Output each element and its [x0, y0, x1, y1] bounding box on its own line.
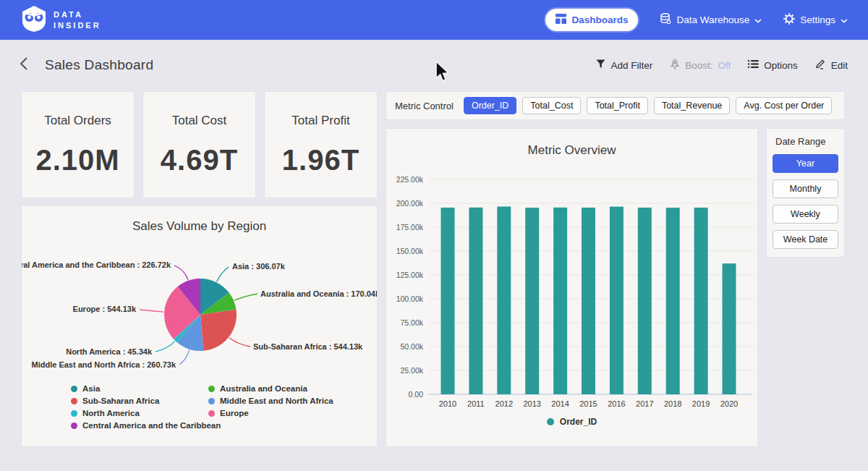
metric-button-total-profit[interactable]: Total_Profit: [587, 97, 648, 114]
nav-settings-menu[interactable]: Settings: [783, 13, 848, 27]
dashboard-grid-icon: [556, 14, 566, 26]
kpi-card-total-cost: Total Cost 4.69T: [143, 92, 255, 198]
pie-legend-item[interactable]: Sub-Saharan Africa: [71, 396, 221, 405]
pie-leader-line: [174, 266, 188, 280]
nav-dashboards-button[interactable]: Dashboards: [545, 9, 638, 31]
page-title: Sales Dashboard: [45, 57, 153, 73]
legend-dot: [71, 398, 77, 404]
pie-slice-label: Sub-Saharan Africa : 544.13k: [253, 342, 363, 351]
bar-2019: [694, 208, 708, 394]
legend-dot: [208, 410, 215, 417]
x-axis-tick: 2011: [467, 399, 485, 408]
pie-legend-item[interactable]: Asia: [71, 384, 221, 393]
pie-legend-column-2: Australia and Oceania Middle East and No…: [208, 384, 333, 417]
date-range-year-button[interactable]: Year: [773, 154, 838, 173]
database-icon: [660, 13, 671, 27]
nav-data-warehouse-label: Data Warehouse: [676, 14, 749, 25]
y-axis-tick: 25.00k: [400, 366, 423, 375]
pie-legend-item[interactable]: Australia and Oceania: [208, 384, 333, 393]
pie-chart-title: Sales Volume by Region: [22, 206, 377, 234]
pie-leader-line: [156, 341, 175, 352]
brand-logo: DATA INSIDER: [22, 5, 101, 35]
metric-button-avg-cost[interactable]: Avg. Cost per Order: [736, 97, 832, 114]
bar-2016: [610, 207, 624, 394]
pie-leader-line: [179, 350, 190, 365]
y-axis-tick: 125.00k: [396, 271, 424, 279]
pie-leader-line: [229, 338, 250, 347]
y-axis-tick: 200.00k: [396, 199, 424, 208]
bar-2010: [441, 208, 455, 394]
nav-data-warehouse-menu[interactable]: Data Warehouse: [660, 13, 762, 27]
kpi-label: Total Orders: [44, 114, 111, 128]
bar-2011: [469, 208, 482, 394]
bar-chart-legend-item[interactable]: Order_ID: [386, 417, 757, 427]
nav-dashboards-label: Dashboards: [571, 14, 628, 25]
date-range-label: Date Range: [775, 136, 838, 147]
edit-button[interactable]: Edit: [815, 59, 848, 72]
kpi-value: 4.69T: [161, 144, 238, 177]
legend-dot: [71, 423, 77, 429]
pie-slice-label: Europe : 544.13k: [73, 305, 137, 313]
kpi-card-total-orders: Total Orders 2.10M: [22, 92, 134, 198]
y-axis-tick: 0.00: [409, 390, 424, 399]
date-range-weekly-button[interactable]: Weekly: [773, 205, 838, 224]
bar-2018: [666, 208, 680, 394]
gear-icon: [783, 13, 795, 27]
legend-dot: [71, 410, 77, 417]
add-filter-button[interactable]: Add Filter: [596, 59, 652, 71]
pie-legend-item[interactable]: Middle East and North Africa: [208, 396, 333, 405]
owl-logo-icon: [22, 5, 46, 35]
pie-legend-item[interactable]: North America: [71, 409, 221, 417]
metric-button-total-cost[interactable]: Total_Cost: [522, 97, 581, 114]
date-range-card: Date Range Year Monthly Weekly Week Date: [767, 129, 844, 257]
y-axis-tick: 175.00k: [396, 223, 424, 232]
pie-slice-label: North America : 45.34k: [66, 347, 153, 356]
date-range-week-date-button[interactable]: Week Date: [773, 230, 838, 249]
pie-leader-line: [217, 267, 229, 281]
bar-2017: [638, 208, 652, 394]
boost-toggle[interactable]: Boost: Off: [670, 59, 731, 72]
kpi-label: Total Cost: [172, 114, 227, 128]
pie-legend-item[interactable]: Europe: [208, 409, 333, 417]
mouse-cursor: [435, 61, 451, 85]
y-axis-tick: 75.00k: [400, 318, 423, 327]
bar-chart-title: Metric Overview: [386, 129, 757, 158]
filter-funnel-icon: [596, 59, 605, 71]
kpi-value: 2.10M: [35, 144, 119, 177]
x-axis-tick: 2016: [608, 399, 625, 408]
x-axis-tick: 2013: [523, 399, 540, 408]
pie-slice: [200, 310, 237, 351]
metric-button-total-revenue[interactable]: Total_Revenue: [654, 97, 730, 114]
legend-dot: [208, 386, 215, 392]
metric-button-order-id[interactable]: Order_ID: [464, 97, 516, 114]
back-button[interactable]: [20, 57, 27, 73]
metric-overview-chart-card: Metric Overview 0.0025.00k50.00k75.00k10…: [386, 129, 757, 446]
y-axis-tick: 100.00k: [396, 294, 424, 303]
y-axis-tick: 150.00k: [396, 247, 424, 255]
y-axis-tick: 50.00k: [400, 342, 423, 351]
pie-slice-label: Asia : 306.07k: [232, 262, 286, 271]
x-axis-tick: 2018: [664, 399, 681, 408]
rocket-icon: [670, 59, 680, 72]
edit-pencil-icon: [815, 59, 826, 72]
bar-2015: [582, 208, 595, 394]
pie-slice-label: Central America and the Caribbean : 226.…: [22, 260, 171, 269]
top-navbar: DATA INSIDER Dashboards: [0, 0, 868, 40]
legend-dot: [208, 398, 215, 404]
legend-dot: [71, 386, 77, 392]
options-button[interactable]: Options: [748, 59, 798, 71]
page-header: Sales Dashboard Add Filter Boost: Off: [0, 40, 868, 90]
x-axis-tick: 2017: [636, 399, 653, 408]
x-axis-tick: 2010: [439, 399, 456, 408]
metric-control-label: Metric Control: [395, 101, 454, 111]
pie-legend-item[interactable]: Central America and the Caribbean: [71, 421, 221, 430]
x-axis-tick: 2020: [720, 399, 738, 408]
bar-chart-svg: 0.0025.00k50.00k75.00k100.00k125.00k150.…: [386, 158, 757, 415]
date-range-monthly-button[interactable]: Monthly: [773, 179, 838, 198]
pie-slice-label: Australia and Oceania : 170.04k: [260, 289, 377, 298]
list-options-icon: [748, 59, 759, 71]
y-axis-tick: 225.00k: [396, 175, 424, 184]
pie-leader-line: [234, 294, 258, 300]
bar-2013: [525, 208, 539, 394]
chevron-down-icon: [754, 14, 762, 25]
